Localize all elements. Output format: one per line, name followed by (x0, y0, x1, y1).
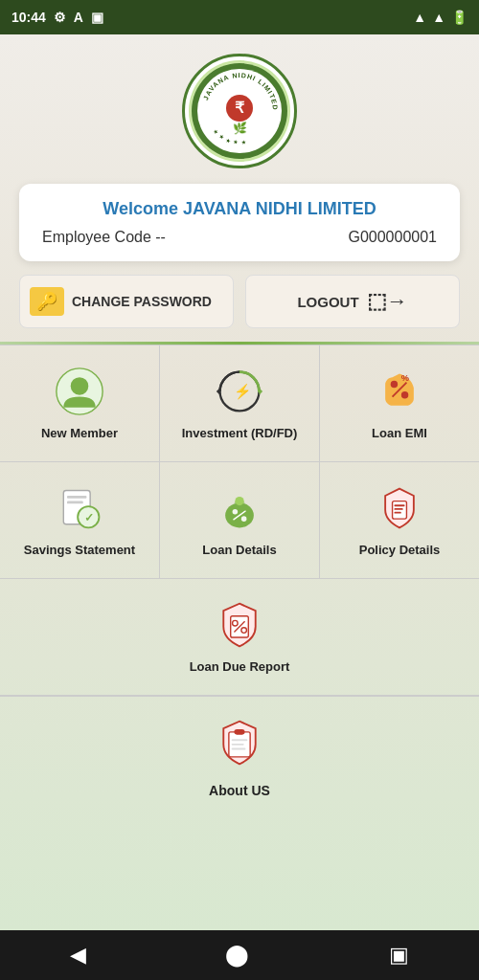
svg-point-24 (233, 509, 239, 515)
svg-rect-36 (234, 729, 244, 735)
wifi-icon: ▲ (413, 10, 426, 25)
logo-inner: JAVANA NIDHI LIMITED ★ ★ ★ ★ ★ ₹ 🌿 (189, 60, 290, 162)
employee-info: Employee Code -- G000000001 (42, 229, 437, 246)
signal-icon: ▲ (432, 10, 445, 25)
svg-text:✓: ✓ (84, 511, 94, 524)
svg-rect-29 (394, 508, 402, 510)
new-member-label: New Member (41, 426, 118, 442)
loan-emi-label: Loan EMI (372, 426, 427, 442)
recents-nav-icon[interactable]: ▣ (389, 943, 409, 968)
svg-point-25 (241, 516, 247, 522)
employee-label: Employee Code -- (42, 229, 166, 246)
svg-rect-38 (232, 744, 244, 746)
menu-grid: New Member ⚡ Investment (RD/FD) (0, 345, 479, 696)
svg-point-13 (391, 381, 398, 388)
svg-rect-27 (393, 501, 407, 519)
investment-label: Investment (RD/FD) (182, 426, 298, 442)
bottom-nav: ◀ ⬤ ▣ (0, 930, 479, 980)
loan-due-icon (213, 598, 266, 652)
home-nav-icon[interactable]: ⬤ (225, 943, 249, 968)
buttons-row: 🔑 CHANGE PASSWORD LOGOUT ⬚→ (19, 275, 460, 328)
menu-item-savings[interactable]: ✓ Savings Statement (0, 462, 160, 578)
svg-marker-10 (259, 388, 262, 394)
svg-rect-28 (394, 504, 404, 506)
about-label: About US (209, 783, 270, 798)
logo-circle: JAVANA NIDHI LIMITED ★ ★ ★ ★ ★ ₹ 🌿 (182, 54, 297, 168)
svg-rect-37 (232, 739, 248, 741)
svg-point-8 (71, 377, 89, 395)
change-password-button[interactable]: 🔑 CHANGE PASSWORD (19, 275, 234, 328)
menu-item-loan-emi[interactable]: % Loan EMI (320, 345, 479, 461)
savings-label: Savings Statement (24, 543, 135, 559)
status-icons: ▲ ▲ 🔋 (413, 10, 468, 25)
svg-text:%: % (401, 373, 409, 383)
savings-icon: ✓ (53, 481, 106, 535)
new-member-icon (53, 365, 106, 418)
loan-due-label: Loan Due Report (190, 659, 290, 676)
change-password-label: CHANGE PASSWORD (72, 294, 212, 309)
accessibility-icon: A (74, 10, 83, 25)
policy-icon (373, 481, 426, 535)
sim-icon: ▣ (91, 10, 103, 25)
employee-code: G000000001 (348, 229, 437, 246)
loan-details-icon (213, 481, 266, 535)
about-icon (213, 716, 266, 769)
menu-item-new-member[interactable]: New Member (0, 345, 160, 461)
back-nav-icon[interactable]: ◀ (70, 943, 86, 968)
menu-item-policy[interactable]: Policy Details (320, 462, 479, 578)
menu-item-loan-due[interactable]: Loan Due Report (144, 579, 335, 695)
svg-point-23 (235, 497, 243, 505)
svg-point-14 (401, 391, 408, 398)
logout-icon: ⬚→ (367, 289, 408, 314)
logo-container: JAVANA NIDHI LIMITED ★ ★ ★ ★ ★ ₹ 🌿 (182, 54, 297, 168)
grid-row-2: ✓ Savings Statement (0, 462, 479, 579)
svg-text:⚡: ⚡ (234, 383, 252, 400)
loan-details-label: Loan Details (202, 543, 276, 559)
grid-row-3: Loan Due Report (0, 579, 479, 696)
svg-text:₹: ₹ (235, 100, 245, 116)
status-bar: 10:44 ⚙ A ▣ ▲ ▲ 🔋 (0, 0, 479, 34)
loan-emi-icon: % (373, 365, 426, 418)
status-time: 10:44 (11, 10, 46, 25)
logout-label: LOGOUT (297, 294, 358, 310)
svg-rect-18 (67, 496, 86, 499)
menu-item-loan-details[interactable]: Loan Details (160, 462, 320, 578)
menu-item-investment[interactable]: ⚡ Investment (RD/FD) (160, 345, 320, 461)
logout-button[interactable]: LOGOUT ⬚→ (245, 275, 460, 328)
logo-svg: JAVANA NIDHI LIMITED ★ ★ ★ ★ ★ ₹ 🌿 (189, 60, 290, 162)
main-content: JAVANA NIDHI LIMITED ★ ★ ★ ★ ★ ₹ 🌿 Welco… (0, 34, 479, 930)
battery-icon: 🔋 (451, 10, 468, 25)
policy-label: Policy Details (359, 543, 441, 559)
grid-row-1: New Member ⚡ Investment (RD/FD) (0, 345, 479, 462)
about-section[interactable]: About US (0, 696, 479, 808)
welcome-title: Welcome JAVANA NIDHI LIMITED (42, 199, 437, 219)
svg-rect-19 (67, 501, 83, 503)
investment-icon: ⚡ (213, 365, 266, 418)
welcome-card: Welcome JAVANA NIDHI LIMITED Employee Co… (19, 184, 460, 261)
settings-icon: ⚙ (54, 10, 66, 25)
svg-marker-11 (217, 388, 220, 394)
key-icon: 🔑 (30, 287, 64, 316)
svg-rect-30 (394, 512, 400, 514)
svg-rect-39 (232, 747, 246, 749)
svg-text:🌿: 🌿 (233, 121, 247, 135)
